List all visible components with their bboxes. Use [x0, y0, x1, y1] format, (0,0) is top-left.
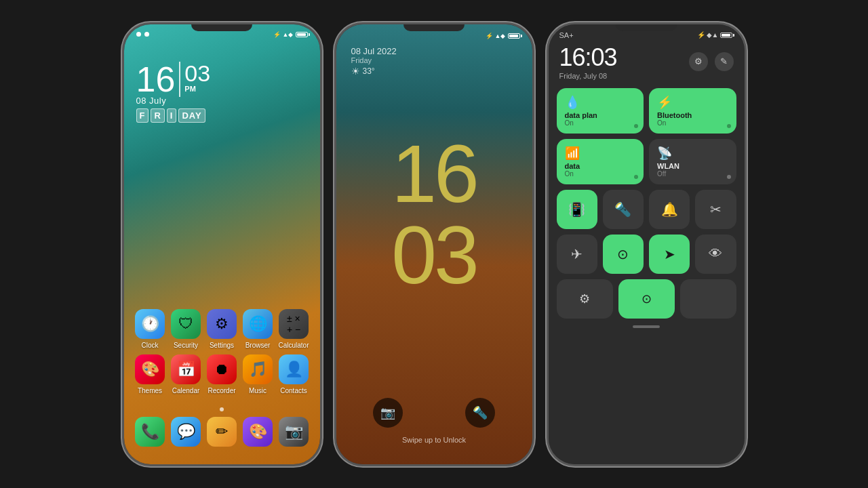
p3-time-row: 16:03 Friday, July 08 ⚙ ✎: [549, 39, 745, 83]
p2-swipe-text: Swipe up to Unlock: [402, 436, 466, 444]
p2-bluetooth-icon: ⚡: [486, 33, 493, 39]
app-label-calendar: Calendar: [172, 387, 200, 394]
status-bar-1: ⚡ ▲◆: [124, 31, 320, 38]
apps-row-1: 🕐 Clock 🛡 Security ⚙ Settings 🌐 Browser …: [132, 309, 312, 349]
p3-tile-wlan[interactable]: 📡 WLAN Off: [649, 139, 736, 184]
p3-bt-tile-icon: ⚡: [657, 95, 728, 110]
p3-bottom-wide: [680, 279, 736, 319]
p3-screenshot-tile[interactable]: ✂: [695, 190, 736, 229]
day-i: I: [167, 108, 177, 123]
clock-minutes: 03: [184, 62, 210, 85]
p2-flashlight-btn[interactable]: 🔦: [465, 398, 495, 428]
p2-battery-icon: [508, 33, 520, 39]
app-label-calculator: Calculator: [278, 342, 309, 349]
music-icon: 🎵: [243, 354, 273, 384]
dock-notes[interactable]: ✏: [205, 417, 238, 447]
p3-sig-icon: ◆▲: [707, 31, 719, 39]
clock-day: F R I DAY: [136, 108, 211, 123]
contacts-icon: 👤: [279, 354, 309, 384]
p3-tile-data[interactable]: 📶 data On: [557, 139, 644, 184]
p3-data-icon: 💧: [565, 95, 636, 110]
app-security[interactable]: 🛡 Security: [170, 309, 202, 349]
calculator-icon: ± ×+ −: [279, 309, 309, 339]
p3-bt-icon: ⚡: [697, 31, 705, 39]
p3-data-dot: [634, 124, 638, 128]
app-label-recorder: Recorder: [208, 387, 235, 394]
p3-filter-icon[interactable]: ⚙: [689, 52, 708, 71]
app-recorder[interactable]: ⏺ Recorder: [205, 354, 238, 394]
p3-data-subtitle: On: [565, 119, 636, 127]
dock-row: 📞 💬 ✏ 🎨 📷: [132, 417, 312, 447]
p3-airplane-tile[interactable]: ✈: [557, 235, 597, 274]
p3-small-tiles-1: 📳 🔦 🔔 ✂: [549, 190, 745, 229]
recorder-icon: ⏺: [207, 354, 237, 384]
p2-weather: ☀ 33°: [351, 66, 397, 77]
p2-bottom: 📷 🔦 Swipe up to Unlock: [336, 398, 532, 444]
p3-bt-subtitle: On: [657, 119, 728, 127]
p3-wlan-icon: 📡: [657, 146, 728, 161]
clock-hour: 16: [136, 62, 176, 97]
p2-day: Friday: [351, 56, 397, 64]
themes-icon: 🎨: [135, 354, 165, 384]
p3-wlan-dot: [727, 175, 731, 179]
app-label-themes: Themes: [138, 387, 162, 394]
p2-date-line1: 08 Jul 2022: [351, 46, 397, 56]
p3-time: 16:03: [559, 43, 617, 72]
phone-2: ⚡ ▲◆ 08 Jul 2022 Friday ☀ 33° 16 03 📷 🔦: [334, 22, 534, 466]
p3-bottom-toggle[interactable]: ⊙: [618, 279, 675, 319]
sun-icon: ☀: [351, 66, 360, 77]
phone-icon: 📞: [135, 417, 165, 447]
app-label-security: Security: [174, 342, 198, 349]
settings-icon: ⚙: [207, 309, 237, 339]
camera-icon: 📷: [279, 417, 309, 447]
app-settings[interactable]: ⚙ Settings: [205, 309, 238, 349]
p3-vibrate-tile[interactable]: 📳: [557, 190, 597, 229]
p3-flashlight-tile[interactable]: 🔦: [603, 190, 644, 229]
status-bar-2: ⚡ ▲◆: [336, 33, 532, 39]
app-calendar[interactable]: 📅 Calendar: [170, 354, 202, 394]
app-music[interactable]: 🎵 Music: [241, 354, 274, 394]
status-dots: [136, 32, 149, 37]
apps-row-2: 🎨 Themes 📅 Calendar ⏺ Recorder 🎵 Music 👤: [132, 354, 312, 394]
p3-bottom-settings[interactable]: ⚙: [557, 279, 613, 319]
signal-icon: ▲◆: [283, 31, 294, 38]
p2-camera-btn[interactable]: 📷: [373, 398, 403, 428]
day-f: F: [136, 108, 149, 123]
app-label-browser: Browser: [245, 342, 271, 349]
p2-clock-hour: 16 03: [336, 133, 532, 296]
phone-1: ⚡ ▲◆ 16 03 PM 08 July F R I DAY: [122, 22, 322, 466]
p2-hour-display: 16: [336, 133, 532, 214]
p2-bottom-icons: 📷 🔦: [373, 398, 495, 428]
palette-icon: 🎨: [243, 417, 273, 447]
p3-eye-tile[interactable]: 👁: [695, 235, 736, 274]
p3-large-tiles-1: 💧 data plan On ⚡ Bluetooth On: [549, 83, 745, 139]
p3-data-title: data plan: [565, 111, 636, 119]
p2-status-icons: ⚡ ▲◆: [486, 33, 520, 39]
dock-camera[interactable]: 📷: [277, 417, 310, 447]
p3-edit-icon[interactable]: ✎: [715, 52, 734, 71]
clock-divider: [179, 62, 180, 97]
p3-invert-tile[interactable]: ⊙: [603, 235, 644, 274]
p3-tile-bluetooth[interactable]: ⚡ Bluetooth On: [649, 88, 736, 134]
p3-tile-data-plan[interactable]: 💧 data plan On: [557, 88, 644, 134]
dock-messages[interactable]: 💬: [170, 417, 202, 447]
app-clock[interactable]: 🕐 Clock: [134, 309, 166, 349]
app-contacts[interactable]: 👤 Contacts: [277, 354, 310, 394]
app-label-clock: Clock: [141, 342, 158, 349]
app-browser[interactable]: 🌐 Browser: [241, 309, 274, 349]
p3-notification-tile[interactable]: 🔔: [649, 190, 690, 229]
browser-icon: 🌐: [243, 309, 273, 339]
app-themes[interactable]: 🎨 Themes: [134, 354, 166, 394]
p3-settings-icons: ⚙ ✎: [689, 52, 734, 71]
dock-phone[interactable]: 📞: [134, 417, 166, 447]
p3-data2-dot: [634, 175, 638, 179]
p2-min-display: 03: [336, 214, 532, 296]
battery-icon: [296, 32, 308, 37]
p3-date: Friday, July 08: [559, 72, 617, 80]
dot2: [144, 32, 149, 37]
clock-ampm: PM: [184, 85, 210, 93]
p3-location-tile[interactable]: ➤: [649, 235, 690, 274]
dock-palette[interactable]: 🎨: [241, 417, 274, 447]
app-calculator[interactable]: ± ×+ − Calculator: [277, 309, 310, 349]
p3-data2-title: data: [565, 162, 636, 170]
